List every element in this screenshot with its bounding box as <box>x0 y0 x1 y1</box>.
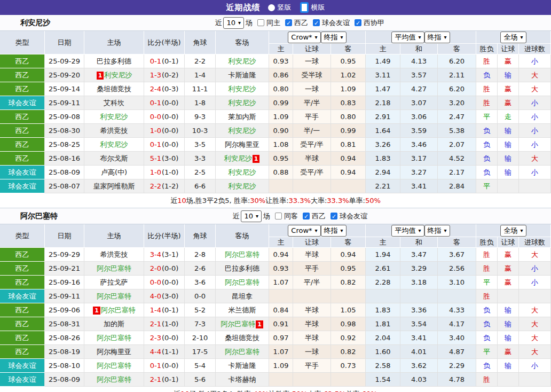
goals-result-cell: 大 <box>519 331 551 345</box>
result-cell: 负 <box>476 68 498 82</box>
score-cell: 0-1(0-0) <box>144 359 185 373</box>
league-filter-checkbox-0[interactable]: ✓ <box>303 213 310 219</box>
team-name: 1利安尼沙 <box>96 70 132 80</box>
result-text: 小 <box>531 264 538 273</box>
fulltime-score: 1-4 <box>150 306 161 314</box>
team-header-row: 利安尼沙近10▾场同主✓西乙✓球会友谊✓西协甲 <box>0 15 551 31</box>
score-cell: 3-4(3-1) <box>144 248 185 262</box>
final-odds-select-value: 终指 <box>324 226 338 236</box>
radio-selected-icon[interactable] <box>300 2 309 13</box>
same-venue-checkbox[interactable] <box>257 19 264 26</box>
result-text: 负 <box>483 319 490 329</box>
team-name: 皇家阿维勒斯 <box>93 182 135 191</box>
league-filter-label-2[interactable]: 西协甲 <box>364 18 384 28</box>
league-filter-checkbox-1[interactable]: ✓ <box>313 19 320 26</box>
avg-draw-odds-cell: 4.03 <box>400 373 438 387</box>
home-team-cell: 萨拉戈萨 <box>84 276 144 289</box>
home-team-cell: 桑坦德竞技 <box>84 82 144 96</box>
halftime-score: (0-1) <box>162 375 178 383</box>
average-select[interactable]: 平均值▾ <box>391 32 424 43</box>
crow-handicap-cell <box>293 289 331 303</box>
full-match-select[interactable]: 全场▾ <box>500 32 526 43</box>
result-text: 赢 <box>505 98 511 108</box>
crow-handicap-cell: 一球 <box>293 345 331 359</box>
fulltime-score: 3-4 <box>150 250 161 258</box>
radio-vertical-layout[interactable]: 竖版 <box>268 3 292 12</box>
full-match-select[interactable]: 全场▾ <box>500 225 526 237</box>
match-row: 球会友谊25-08-07皇家阿维勒斯2-2(1-2)6-6利安尼沙2.213.4… <box>0 179 551 193</box>
match-count-select[interactable]: 10▾ <box>223 17 244 29</box>
result-cell: 平 <box>476 345 498 359</box>
radio-vertical-label[interactable]: 竖版 <box>278 3 292 12</box>
league-filter-checkbox-2[interactable]: ✓ <box>355 19 361 26</box>
sub-column-header-5: 客 <box>438 44 476 54</box>
radio-unselected-icon[interactable] <box>268 4 275 11</box>
same-venue-label[interactable]: 同客 <box>284 211 298 221</box>
team-name-text: 阿尔巴塞特 <box>225 348 259 356</box>
result-text: 胜 <box>483 98 490 108</box>
team-name-text: 阿尔巴塞特 <box>221 320 255 328</box>
bookmaker-select[interactable]: Crow*▾ <box>288 225 320 237</box>
avg-draw-odds-cell: 3.41 <box>400 331 438 345</box>
average-select[interactable]: 平均值▾ <box>391 225 424 237</box>
league-type-cell: 球会友谊 <box>0 179 45 193</box>
radio-horizontal-layout[interactable]: 横版 <box>300 2 325 13</box>
avg-home-odds-cell: 3.26 <box>366 138 400 152</box>
home-team-cell: 希洪竞技 <box>84 248 144 262</box>
handicap-result-cell: 赢 <box>498 82 519 96</box>
chevron-down-icon: ▾ <box>238 20 241 26</box>
goals-result-cell: 大 <box>519 68 551 82</box>
avg-away-odds-cell: 4.87 <box>438 345 476 359</box>
final-odds-select[interactable]: 终指▾ <box>321 32 347 43</box>
league-filter-label-0[interactable]: 西乙 <box>312 211 326 221</box>
score-cell: 0-1(0-1) <box>144 54 185 68</box>
crow-handicap-cell: 半球 <box>293 303 331 317</box>
league-type-cell: 西乙 <box>0 331 45 345</box>
result-text: 负 <box>483 140 490 150</box>
halftime-score: (0-0) <box>162 113 178 121</box>
final-odds-select-2[interactable]: 终指▾ <box>424 32 450 43</box>
avg-home-odds-cell: 2.94 <box>366 166 400 179</box>
chevron-down-icon: ▾ <box>418 35 421 40</box>
match-date-cell: 25-08-09 <box>45 373 84 387</box>
handicap-result-cell: 输 <box>498 359 519 373</box>
league-filter-label-1[interactable]: 球会友谊 <box>340 211 367 221</box>
filter-suffix-label: 场 <box>246 18 253 28</box>
stats-summary: 近10场,胜3平2负5, 胜率:30% 让胜率:33.3% 大率:33.3% 单… <box>0 193 551 208</box>
table-header: 类型日期主场比分(半场)角球客场Crow*▾终指▾平均值▾终指▾全场▾主让球客主… <box>0 224 551 248</box>
same-venue-label[interactable]: 同主 <box>266 18 280 28</box>
match-date-cell: 25-08-09 <box>45 166 84 179</box>
stats-summary: 近10场,胜4平2负4, 胜率:40% 让胜率:50% 大率:62.5% 单率:… <box>0 387 551 392</box>
team-name: 希洪竞技 <box>100 250 128 260</box>
league-filter-checkbox-1[interactable]: ✓ <box>330 213 337 219</box>
final-odds-select[interactable]: 终指▾ <box>321 225 347 237</box>
home-team-cell: 加的斯 <box>84 317 144 331</box>
handicap-result-cell: 输 <box>498 138 519 152</box>
final-odds-select-2[interactable]: 终指▾ <box>424 225 450 237</box>
avg-draw-odds-cell: 3.17 <box>400 152 438 166</box>
result-text: 平 <box>483 112 490 122</box>
bookmaker-select[interactable]: Crow*▾ <box>288 32 320 43</box>
crow-handicap-cell: 一球 <box>293 82 331 96</box>
home-team-cell: 艾科坎 <box>84 96 144 110</box>
crow-handicap-cell: 平手 <box>293 110 331 124</box>
goals-result-cell: 小 <box>519 110 551 124</box>
crow-away-odds-cell: 0.92 <box>331 331 366 345</box>
league-filter-checkbox-0[interactable]: ✓ <box>285 19 292 26</box>
radio-horizontal-label[interactable]: 横版 <box>311 3 325 12</box>
league-filter-label-0[interactable]: 西乙 <box>294 18 308 28</box>
same-venue-checkbox[interactable] <box>275 213 282 219</box>
result-cell: 负 <box>476 317 498 331</box>
halftime-score: (0-0) <box>162 278 178 286</box>
match-count-select[interactable]: 10▾ <box>241 210 262 222</box>
away-team-cell: 巴拉多利德 <box>216 262 269 276</box>
goals-result-cell: 大 <box>519 152 551 166</box>
avg-home-odds-cell: 1.54 <box>366 373 400 387</box>
corner-cell: 5-2 <box>185 303 216 317</box>
final-odds-select-2-value: 终指 <box>428 33 442 42</box>
away-team-cell: 利安尼沙 <box>216 54 269 68</box>
match-row: 西乙25-09-21阿尔巴塞特2-0(0-0)2-6巴拉多利德0.93平手0.9… <box>0 262 551 276</box>
avg-away-odds-cell: 3.10 <box>438 276 476 289</box>
league-filter-label-1[interactable]: 球会友谊 <box>322 18 350 28</box>
home-team-cell: 阿尔巴塞特 <box>84 262 144 276</box>
